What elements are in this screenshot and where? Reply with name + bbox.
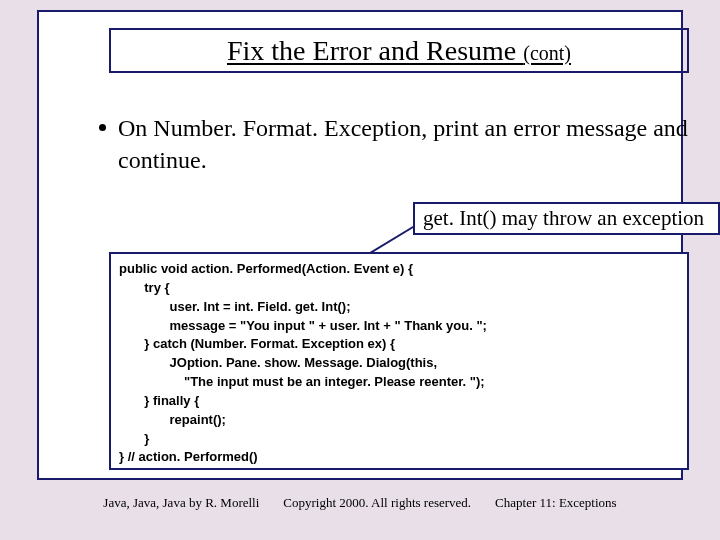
code-line: JOption. Pane. show. Message. Dialog(thi… xyxy=(119,354,679,373)
bullet-item: On Number. Format. Exception, print an e… xyxy=(99,112,699,177)
code-box: public void action. Performed(Action. Ev… xyxy=(109,252,689,470)
callout-text: get. Int() may throw an exception xyxy=(423,206,704,231)
code-line: } catch (Number. Format. Exception ex) { xyxy=(119,335,679,354)
code-line: } xyxy=(119,430,679,449)
slide-title: Fix the Error and Resume (cont) xyxy=(227,35,571,67)
title-cont: (cont) xyxy=(523,42,571,64)
bullet-text: On Number. Format. Exception, print an e… xyxy=(118,112,699,177)
code-line: try { xyxy=(119,279,679,298)
code-line: } finally { xyxy=(119,392,679,411)
slide-frame: Fix the Error and Resume (cont) On Numbe… xyxy=(37,10,683,480)
code-line: repaint(); xyxy=(119,411,679,430)
code-line: } // action. Performed() xyxy=(119,448,679,467)
footer: Java, Java, Java by R. Morelli Copyright… xyxy=(0,495,720,511)
callout-box: get. Int() may throw an exception xyxy=(413,202,720,235)
code-line: public void action. Performed(Action. Ev… xyxy=(119,260,679,279)
code-line: message = "You input " + user. Int + " T… xyxy=(119,317,679,336)
footer-copyright: Copyright 2000. All rights reserved. xyxy=(283,495,471,511)
code-line: user. Int = int. Field. get. Int(); xyxy=(119,298,679,317)
title-box: Fix the Error and Resume (cont) xyxy=(109,28,689,73)
bullet-icon xyxy=(99,124,106,131)
code-line: "The input must be an integer. Please re… xyxy=(119,373,679,392)
footer-author: Java, Java, Java by R. Morelli xyxy=(103,495,259,511)
footer-chapter: Chapter 11: Exceptions xyxy=(495,495,617,511)
title-main: Fix the Error and Resume xyxy=(227,35,523,66)
